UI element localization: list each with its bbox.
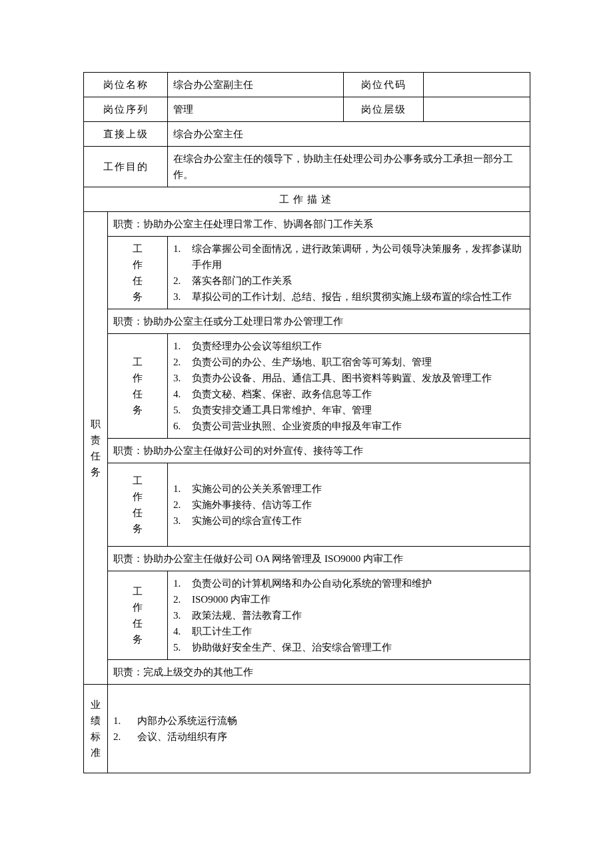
- row-position-name: 岗位名称 综合办公室副主任 岗位代码: [84, 73, 530, 97]
- duty-3-tasks: 1.实施公司的公关关系管理工作2.实施外事接待、信访等工作3.实施公司的综合宣传…: [168, 463, 530, 547]
- label-description: 工作描述: [84, 187, 530, 212]
- duty-1-title: 职责：协助办公室主任处理日常工作、协调各部门工作关系: [108, 212, 530, 237]
- value-position-code: [424, 73, 530, 97]
- value-position-series: 管理: [168, 97, 344, 122]
- value-purpose: 在综合办公室主任的领导下，协助主任处理公司办公事务或分工承担一部分工作。: [168, 147, 530, 187]
- duty-1-task-label: 工作任务: [108, 237, 168, 309]
- row-description-header: 工作描述: [84, 187, 530, 212]
- performance-item: 2.会议、活动组织有序: [113, 729, 524, 745]
- duty-3-title-row: 职责：协助办公室主任做好公司的对外宣传、接待等工作: [84, 439, 530, 463]
- performance-content: 1.内部办公系统运行流畅2.会议、活动组织有序: [108, 685, 530, 773]
- job-description-table: 岗位名称 综合办公室副主任 岗位代码 岗位序列 管理 岗位层级 直接上级 综合办…: [83, 72, 530, 773]
- task-item: 5.协助做好安全生产、保卫、治安综合管理工作: [173, 639, 524, 655]
- row-supervisor: 直接上级 综合办公室主任: [84, 122, 530, 147]
- duty-4-task-label: 工作任务: [108, 571, 168, 660]
- duty-4-title-row: 职责：协助办公室主任做好公司 OA 网络管理及 ISO9000 内审工作: [84, 547, 530, 571]
- task-item: 3.实施公司的综合宣传工作: [173, 513, 524, 529]
- duty-1-title-row: 职责任务 职责：协助办公室主任处理日常工作、协调各部门工作关系: [84, 212, 530, 237]
- label-duties: 职责任务: [84, 212, 108, 685]
- duty-4-tasks-row: 工作任务 1.负责公司的计算机网络和办公自动化系统的管理和维护2.ISO9000…: [84, 571, 530, 660]
- task-item: 5.负责安排交通工具日常维护、年审、管理: [173, 402, 524, 418]
- task-item: 1.综合掌握公司全面情况，进行政策调研，为公司领导决策服务，发挥参谋助手作用: [173, 241, 524, 273]
- label-supervisor: 直接上级: [84, 122, 168, 147]
- duty-3-tasks-row: 工作任务 1.实施公司的公关关系管理工作2.实施外事接待、信访等工作3.实施公司…: [84, 463, 530, 547]
- task-item: 4.负责文秘、档案、保密、政务信息等工作: [173, 386, 524, 402]
- task-item: 1.负责经理办公会议等组织工作: [173, 338, 524, 354]
- task-item: 6.负责公司营业执照、企业资质的申报及年审工作: [173, 418, 524, 434]
- duty-2-tasks: 1.负责经理办公会议等组织工作2.负责公司的办公、生产场地、职工宿舍等可筹划、管…: [168, 334, 530, 439]
- task-item: 2.ISO9000 内审工作: [173, 591, 524, 607]
- label-position-series: 岗位序列: [84, 97, 168, 122]
- value-position-name: 综合办公室副主任: [168, 73, 344, 97]
- label-purpose: 工作目的: [84, 147, 168, 187]
- duty-2-title: 职责：协助办公室主任或分工处理日常办公管理工作: [108, 309, 530, 334]
- duty-2-tasks-row: 工作任务 1.负责经理办公会议等组织工作2.负责公司的办公、生产场地、职工宿舍等…: [84, 334, 530, 439]
- label-position-code: 岗位代码: [344, 73, 424, 97]
- label-position-name: 岗位名称: [84, 73, 168, 97]
- value-position-level: [424, 97, 530, 122]
- task-item: 1.负责公司的计算机网络和办公自动化系统的管理和维护: [173, 575, 524, 591]
- task-item: 2.实施外事接待、信访等工作: [173, 497, 524, 513]
- duty-2-task-label: 工作任务: [108, 334, 168, 439]
- performance-item: 1.内部办公系统运行流畅: [113, 713, 524, 729]
- duty-2-title-row: 职责：协助办公室主任或分工处理日常办公管理工作: [84, 309, 530, 334]
- task-item: 1.实施公司的公关关系管理工作: [173, 481, 524, 497]
- row-purpose: 工作目的 在综合办公室主任的领导下，协助主任处理公司办公事务或分工承担一部分工作…: [84, 147, 530, 187]
- task-item: 3.草拟公司的工作计划、总结、报告，组织贯彻实施上级布置的综合性工作: [173, 289, 524, 305]
- row-performance: 业绩标准 1.内部办公系统运行流畅2.会议、活动组织有序: [84, 685, 530, 773]
- task-item: 4.职工计生工作: [173, 623, 524, 639]
- task-item: 2.落实各部门的工作关系: [173, 273, 524, 289]
- duty-5-title: 职责：完成上级交办的其他工作: [108, 660, 530, 685]
- duty-3-title: 职责：协助办公室主任做好公司的对外宣传、接待等工作: [108, 439, 530, 463]
- task-item: 2.负责公司的办公、生产场地、职工宿舍等可筹划、管理: [173, 354, 524, 370]
- duty-3-task-label: 工作任务: [108, 463, 168, 547]
- label-position-level: 岗位层级: [344, 97, 424, 122]
- value-supervisor: 综合办公室主任: [168, 122, 530, 147]
- task-item: 3.负责办公设备、用品、通信工具、图书资料等购置、发放及管理工作: [173, 370, 524, 386]
- duty-1-tasks-row: 工作任务 1.综合掌握公司全面情况，进行政策调研，为公司领导决策服务，发挥参谋助…: [84, 237, 530, 309]
- label-performance: 业绩标准: [84, 685, 108, 773]
- duty-4-tasks: 1.负责公司的计算机网络和办公自动化系统的管理和维护2.ISO9000 内审工作…: [168, 571, 530, 660]
- duty-5-title-row: 职责：完成上级交办的其他工作: [84, 660, 530, 685]
- row-position-series: 岗位序列 管理 岗位层级: [84, 97, 530, 122]
- duty-4-title: 职责：协助办公室主任做好公司 OA 网络管理及 ISO9000 内审工作: [108, 547, 530, 571]
- duty-1-tasks: 1.综合掌握公司全面情况，进行政策调研，为公司领导决策服务，发挥参谋助手作用2.…: [168, 237, 530, 309]
- task-item: 3.政策法规、普法教育工作: [173, 607, 524, 623]
